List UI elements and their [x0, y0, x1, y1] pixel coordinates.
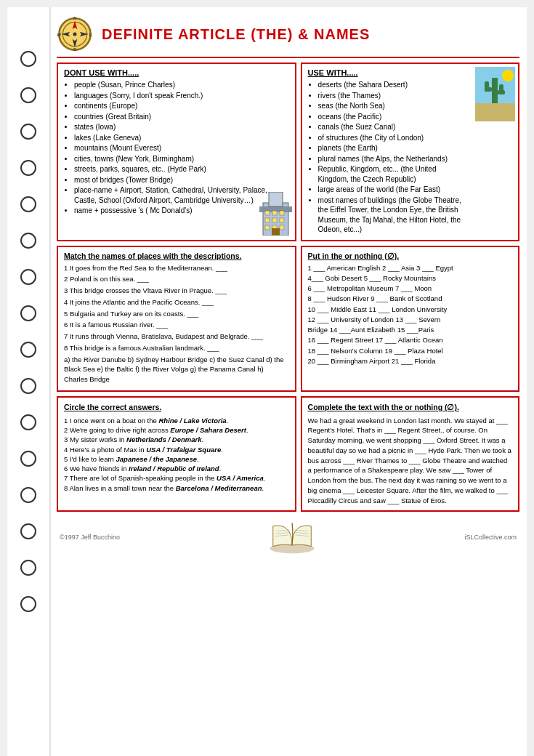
- circle-answer-5: Japanese / the Japanese: [116, 455, 197, 463]
- circle-answer-7: USA / America: [217, 474, 264, 482]
- margin-circle-5: [20, 196, 36, 212]
- middle-panels: Match the names of places with the descr…: [57, 246, 519, 392]
- margin-circle-4: [20, 160, 36, 176]
- match-item-6: 6 It is a famous Russian river. ___: [64, 320, 289, 330]
- put-line-10: 20 ___ Birmingham Airport 21 ___ Florida: [308, 356, 512, 366]
- list-item: most names of buildings (the Globe Theat…: [318, 196, 469, 235]
- margin-circle-10: [20, 378, 36, 394]
- match-item-1: 1 It goes from the Red Sea to the Medite…: [64, 263, 289, 273]
- put-the-exercise-content: 1 ___ American English 2 ___ Asia 3 ___ …: [308, 263, 512, 367]
- svg-rect-18: [272, 218, 277, 222]
- list-item: large areas of the world (the Far East): [318, 185, 469, 195]
- margin-circle-2: [20, 87, 36, 103]
- svg-text:W: W: [57, 33, 62, 37]
- svg-text:N: N: [73, 16, 76, 20]
- circle-item-6: 6 We have friends in Ireland / Republic …: [64, 464, 289, 473]
- svg-point-6: [73, 33, 77, 36]
- svg-point-26: [502, 70, 514, 81]
- match-answers: a) the River Danube b) Sydney Harbour Br…: [64, 355, 289, 385]
- put-line-6: 12 ___ University of London 13 ___ Sever…: [308, 315, 512, 325]
- margin-circle-8: [20, 305, 36, 321]
- circle-answer-8: Barcelona / Mediterranean: [176, 484, 262, 492]
- circle-item-7: 7 There are lot of Spanish-speaking peop…: [64, 473, 289, 483]
- list-item: planets (the Earth): [318, 143, 469, 153]
- svg-rect-24: [475, 103, 515, 121]
- svg-rect-20: [265, 225, 270, 230]
- list-item: canals (the Suez Canal): [318, 122, 469, 132]
- list-item: deserts (the Sahara Desert): [318, 80, 469, 90]
- dont-use-list: people (Susan, Prince Charles) languages…: [64, 80, 289, 216]
- margin-circle-13: [20, 487, 36, 503]
- complete-exercise-title: Complete the text with the or nothing (∅…: [308, 402, 512, 413]
- list-item: rivers (the Thames): [318, 91, 469, 101]
- put-line-9: 18 ___ Nelson's Column 19 ___ Plaza Hote…: [308, 346, 512, 356]
- list-item: mountains (Mount Everest): [74, 143, 289, 153]
- circle-item-2: 2 We're going to drive right across Euro…: [64, 425, 289, 435]
- list-item: countries (Great Britain): [74, 112, 289, 122]
- margin-circle-12: [20, 451, 36, 467]
- list-item: states (Iowa): [74, 122, 289, 132]
- bottom-panels: Circle the correct answers. 1 I once wen…: [57, 396, 519, 512]
- use-with-panel: USE WITH.....: [301, 63, 519, 241]
- svg-rect-15: [272, 211, 277, 215]
- match-item-7: 7 It runs through Vienna, Bratislava, Bu…: [64, 331, 289, 342]
- put-line-5: 10 ___ Middle East 11 ___ London Univers…: [308, 305, 512, 315]
- list-item: most of bridges (Tower Bridge): [74, 175, 289, 185]
- margin-circle-3: [20, 124, 36, 140]
- complete-exercise-text: We had a great weekend in London last mo…: [308, 416, 512, 506]
- complete-exercise-panel: Complete the text with the or nothing (∅…: [301, 396, 519, 512]
- list-item: Republic, Kingdom, etc... (the United Ki…: [318, 164, 469, 184]
- margin-circle-1: [20, 51, 36, 67]
- match-exercise-text: 1 It goes from the Red Sea to the Medite…: [64, 263, 289, 385]
- list-item: plural names (the Alps, the Netherlands): [318, 154, 469, 164]
- circle-answer-6: Ireland / Republic of Ireland: [129, 465, 219, 472]
- main-content: N S E W DEFINITE ARTICLE (THE) & NAMES D…: [51, 7, 527, 756]
- list-item: languages (Sorry, I don't speak French.): [74, 91, 289, 101]
- circle-item-3: 3 My sister works in Netherlands / Denma…: [64, 435, 289, 444]
- building-illustration: [259, 192, 292, 237]
- page: N S E W DEFINITE ARTICLE (THE) & NAMES D…: [7, 7, 527, 756]
- left-margin: [7, 7, 51, 756]
- svg-rect-19: [280, 218, 284, 222]
- put-line-7: Bridge 14 ___Aunt Elizabeth 15 ___Paris: [308, 325, 512, 335]
- svg-rect-14: [265, 211, 270, 215]
- svg-rect-22: [280, 225, 284, 230]
- match-exercise-panel: Match the names of places with the descr…: [57, 246, 296, 392]
- margin-circle-15: [20, 560, 36, 576]
- match-item-3: 3 This bridge crosses the Vltava River i…: [64, 286, 289, 296]
- put-the-exercise-panel: Put in the or nothing (∅). 1 ___ America…: [301, 246, 519, 392]
- margin-circle-9: [20, 342, 36, 358]
- list-item: continents (Europe): [74, 101, 289, 111]
- list-item: streets, parks, squares, etc.. (Hyde Par…: [74, 164, 289, 174]
- circle-answer-4: USA / Trafalgar Square: [146, 446, 221, 454]
- svg-text:E: E: [89, 33, 92, 37]
- svg-rect-16: [280, 211, 284, 215]
- margin-circle-6: [20, 233, 36, 249]
- svg-rect-27: [492, 78, 498, 103]
- margin-circle-11: [20, 414, 36, 430]
- svg-rect-31: [499, 84, 503, 94]
- list-item: oceans (the Pacific): [318, 112, 469, 122]
- list-item: place-name + Airport, Station, Cathedral…: [74, 185, 289, 205]
- circle-item-8: 8 Alan lives in a small town near the Ba…: [64, 483, 289, 493]
- svg-rect-23: [272, 228, 280, 236]
- circle-answer-2: Europe / Sahara Desert: [170, 426, 246, 434]
- list-item: cities, towns (New York, Birmingham): [74, 154, 289, 164]
- circle-exercise-title: Circle the correct answers.: [64, 402, 289, 413]
- page-title: DEFINITE ARTICLE (THE) & NAMES: [102, 26, 370, 43]
- margin-circle-14: [20, 523, 36, 539]
- match-item-8: 8 This bridge is a famous Australian lan…: [64, 343, 289, 353]
- copyright: ©1997 Jeff Bucchino: [60, 534, 120, 541]
- circle-item-4: 4 Here's a photo of Max in USA / Trafalg…: [64, 445, 289, 454]
- match-item-4: 4 It joins the Atlantic and the Pacific …: [64, 297, 289, 307]
- circle-exercise-panel: Circle the correct answers. 1 I once wen…: [57, 396, 296, 512]
- circle-item-5: 5 I'd like to learn Japanese / the Japan…: [64, 454, 289, 464]
- circle-item-1: 1 I once went on a boat on the Rhine / L…: [64, 416, 289, 425]
- footer: ©1997 Jeff Bucchino iSLCollective.com: [57, 516, 519, 555]
- list-item: of structures (the City of London): [318, 133, 469, 143]
- put-line-2: 4___ Gobi Desert 5 ___ Rocky Mountains: [308, 273, 512, 284]
- match-item-2: 2 Poland is on this sea. ___: [64, 274, 289, 284]
- top-panels: DONT USE WITH..... people (Susan, Prince…: [57, 63, 519, 241]
- dont-use-title: DONT USE WITH.....: [64, 68, 289, 77]
- circle-answer-1: Rhine / Lake Victoria: [158, 417, 226, 425]
